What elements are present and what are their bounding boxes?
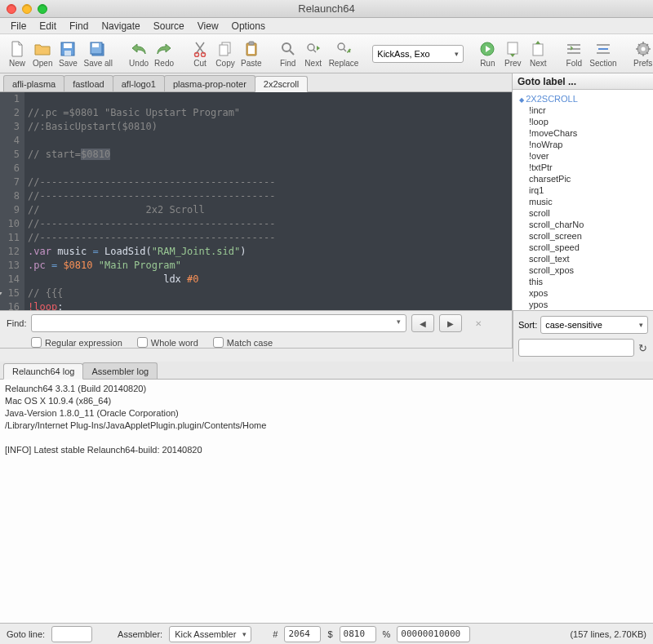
goto-label-item[interactable]: scroll [513, 207, 653, 219]
menu-bar: FileEditFindNavigateSourceViewOptions [0, 18, 653, 34]
prev-error-button[interactable]: Prev [500, 37, 525, 71]
find-input[interactable] [31, 314, 406, 332]
menu-options[interactable]: Options [226, 19, 271, 33]
run-button[interactable]: Run [475, 37, 500, 71]
copy-button[interactable]: Copy [213, 37, 238, 71]
regex-checkbox[interactable]: Regular expression [31, 337, 122, 348]
goto-label-item[interactable]: !txtPtr [513, 162, 653, 173]
goto-label-item[interactable]: scroll_text [513, 253, 653, 264]
svg-point-15 [338, 43, 344, 50]
svg-point-7 [202, 52, 206, 56]
open-button[interactable]: Open [30, 37, 55, 71]
menu-view[interactable]: View [192, 19, 224, 33]
log-output[interactable]: Relaunch64 3.3.1 (Build 20140820)Mac OS … [0, 380, 653, 623]
find-close-button[interactable]: ✕ [467, 314, 490, 332]
hex-input[interactable]: 0810 [340, 626, 376, 642]
goto-label-item[interactable]: !noWrap [513, 139, 653, 150]
svg-rect-9 [220, 45, 228, 56]
match-case-checkbox[interactable]: Match case [213, 337, 273, 348]
goto-line-input[interactable] [51, 626, 92, 642]
svg-rect-1 [64, 43, 72, 48]
refresh-labels-button[interactable]: ↻ [637, 342, 648, 353]
svg-point-20 [641, 47, 645, 51]
goto-label-item[interactable]: music [513, 196, 653, 207]
file-tab[interactable]: 2x2scroll [255, 76, 308, 92]
assembler-combo[interactable]: Kick Assembler [169, 626, 251, 642]
goto-label-list[interactable]: 2X2SCROLL!incr!loop!moveChars!noWrap!ove… [513, 90, 653, 310]
goto-line-label: Goto line: [7, 629, 45, 639]
log-tab[interactable]: Relaunch64 log [3, 363, 83, 380]
file-stats: (157 lines, 2.70KB) [570, 629, 646, 639]
svg-rect-2 [64, 51, 71, 56]
svg-rect-17 [508, 42, 518, 54]
menu-source[interactable]: Source [148, 19, 190, 33]
code-area[interactable]: //.pc =$0801 "Basic Upstart Program"//:B… [24, 92, 512, 310]
goto-label-item[interactable]: !loop [513, 116, 653, 127]
file-tab[interactable]: afl-logo1 [113, 75, 165, 91]
goto-label-item[interactable]: !incr [513, 104, 653, 116]
cut-button[interactable]: Cut [188, 37, 212, 71]
find-next-button[interactable]: Next [301, 37, 326, 71]
svg-point-14 [308, 44, 314, 51]
toolbar: New Open Save Save all Undo Redo Cut Cop… [0, 34, 653, 73]
file-tab[interactable]: plasma-prop-noter [164, 75, 255, 91]
dec-input[interactable]: 2064 [284, 626, 321, 642]
line-gutter: 123456789101112131415▾1617▸1819202122⌄23… [0, 92, 24, 310]
prefs-button[interactable]: Prefs [631, 37, 653, 71]
save-all-button[interactable]: Save all [81, 37, 115, 71]
status-bar: Goto line: Assembler: Kick Assembler # 2… [0, 623, 653, 644]
next-error-button[interactable]: Next [526, 37, 550, 71]
goto-label-item[interactable]: !moveChars [513, 127, 653, 139]
assembler-label: Assembler: [118, 629, 162, 639]
window-title: Relaunch64 [0, 2, 653, 15]
fold-button[interactable]: Fold [562, 37, 586, 71]
file-tab[interactable]: fastload [64, 75, 113, 91]
compiler-combo[interactable]: KickAss, Exo [372, 45, 464, 63]
replace-button[interactable]: Replace [326, 37, 362, 71]
save-button[interactable]: Save [56, 37, 80, 71]
svg-point-6 [195, 52, 199, 56]
sort-combo[interactable]: case-sensitive [540, 316, 648, 334]
code-editor[interactable]: 123456789101112131415▾1617▸1819202122⌄23… [0, 92, 512, 310]
editor-pane: afli-plasmafastloadafl-logo1plasma-prop-… [0, 73, 513, 310]
file-tab[interactable]: afli-plasma [3, 75, 64, 91]
goto-label-item[interactable]: xpos [513, 287, 653, 299]
svg-rect-12 [248, 46, 255, 54]
bin-input[interactable]: 00000010000 [397, 626, 470, 642]
find-prev-button[interactable]: ◀ [411, 314, 434, 332]
redo-button[interactable]: Redo [152, 37, 176, 71]
new-button[interactable]: New [5, 37, 29, 71]
menu-find[interactable]: Find [64, 19, 94, 33]
find-bar: Find: ◀ ▶ ✕ Regular expression Whole wor… [0, 311, 513, 349]
main-area: afli-plasmafastloadafl-logo1plasma-prop-… [0, 73, 653, 311]
svg-rect-11 [249, 42, 254, 45]
dec-label: # [273, 629, 278, 639]
menu-navigate[interactable]: Navigate [96, 19, 145, 33]
window-controls [7, 4, 47, 14]
find-button[interactable]: Find [276, 37, 300, 71]
goto-label-item[interactable]: scroll_charNo [513, 219, 653, 230]
section-button[interactable]: Section [587, 37, 619, 71]
minimize-window-button[interactable] [22, 4, 32, 14]
label-filter-input[interactable] [518, 339, 634, 357]
goto-label-item[interactable]: this [513, 276, 653, 287]
whole-word-checkbox[interactable]: Whole word [137, 337, 198, 348]
goto-label-item[interactable]: ypos [513, 299, 653, 310]
log-tab[interactable]: Assembler log [82, 362, 158, 379]
close-window-button[interactable] [7, 4, 16, 14]
goto-label-item[interactable]: scroll_xpos [513, 264, 653, 276]
bin-label: % [383, 629, 391, 639]
goto-label-item[interactable]: scroll_speed [513, 242, 653, 253]
goto-label-item[interactable]: !over [513, 150, 653, 162]
undo-button[interactable]: Undo [127, 37, 151, 71]
goto-section[interactable]: 2X2SCROLL [513, 93, 653, 104]
menu-edit[interactable]: Edit [33, 19, 62, 33]
zoom-window-button[interactable] [38, 4, 47, 14]
paste-button[interactable]: Paste [238, 37, 264, 71]
goto-label-item[interactable]: charsetPic [513, 173, 653, 184]
goto-label-item[interactable]: irq1 [513, 184, 653, 196]
goto-label-item[interactable]: scroll_screen [513, 230, 653, 242]
file-tabs: afli-plasmafastloadafl-logo1plasma-prop-… [0, 73, 512, 92]
menu-file[interactable]: File [5, 19, 32, 33]
find-next-button[interactable]: ▶ [439, 314, 462, 332]
